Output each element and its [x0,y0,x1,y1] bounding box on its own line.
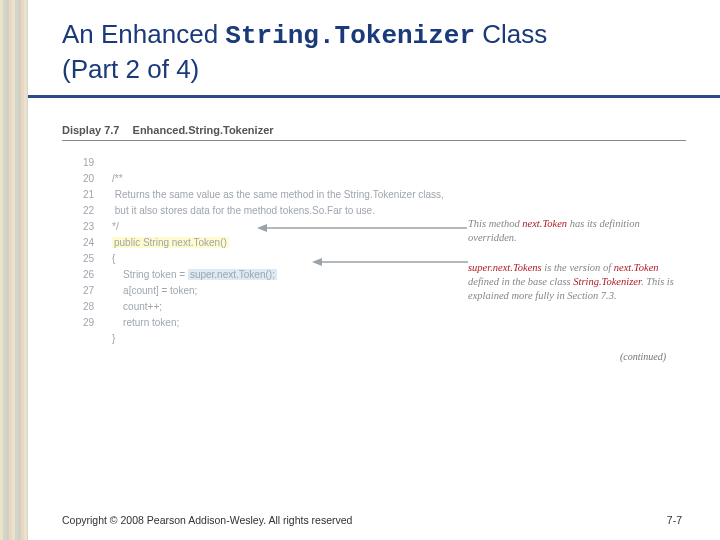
decorative-side-stripe [0,0,28,540]
display-header: Display 7.7 Enhanced.String.Tokenizer [62,124,686,136]
lineno: 27 [68,283,94,299]
codeline: } [112,333,115,344]
lineno: 19 [68,155,94,171]
code-area: 19 20 21 22 23 24 25 26 27 28 29 /** Ret… [62,155,686,355]
copyright: Copyright © 2008 Pearson Addison-Wesley.… [62,514,352,526]
codeline: String token = [112,269,188,280]
title-underline [28,95,720,98]
lineno: 23 [68,219,94,235]
lineno: 29 [68,315,94,331]
codeline: return token; [112,317,179,328]
slide-content: An Enhanced String.Tokenizer Class (Part… [28,0,720,540]
title-block: An Enhanced String.Tokenizer Class (Part… [62,18,686,85]
codeline-highlight-method: public String next.Token() [112,237,229,248]
anno2-mono3: String.Tokenizer [573,276,641,287]
display-label: Display 7.7 [62,124,119,136]
page-number: 7-7 [667,514,682,526]
anno1-mono: next.Token [522,218,567,229]
codeline: { [112,253,115,264]
codeline: */ [112,221,119,232]
display-rule [62,140,686,141]
continued-label: (continued) [620,351,666,362]
lineno: 21 [68,187,94,203]
annotation-override: This method next.Token has its definitio… [468,217,678,245]
codeline: Returns the same value as the same metho… [112,189,444,200]
codeline-highlight-super: super.next.Token(); [188,269,277,280]
title-line-1: An Enhanced String.Tokenizer Class [62,18,686,53]
codeline: but it also stores data for the method t… [112,205,375,216]
codeline: count++; [112,301,162,312]
title-line-2: (Part 2 of 4) [62,53,686,86]
lineno: 20 [68,171,94,187]
lineno: 28 [68,299,94,315]
anno2-mid2: defined in the base class [468,276,573,287]
code-body: /** Returns the same value as the same m… [112,155,444,347]
anno2-mono1: super.next.Tokens [468,262,542,273]
title-codeword: String.Tokenizer [225,21,475,51]
codeline: /** [112,173,123,184]
lineno: 22 [68,203,94,219]
codeline: a[count] = token; [112,285,197,296]
annotation-super: super.next.Tokens is the version of next… [468,261,678,304]
lineno: 26 [68,267,94,283]
title-suffix: Class [475,19,547,49]
anno2-mono2: next.Token [614,262,659,273]
anno1-pre: This method [468,218,522,229]
lineno: 25 [68,251,94,267]
lineno: 24 [68,235,94,251]
anno2-mid1: is the version of [542,262,614,273]
title-prefix: An Enhanced [62,19,225,49]
display-name: Enhanced.String.Tokenizer [133,124,274,136]
footer: Copyright © 2008 Pearson Addison-Wesley.… [62,514,682,526]
line-gutter: 19 20 21 22 23 24 25 26 27 28 29 [68,155,94,331]
